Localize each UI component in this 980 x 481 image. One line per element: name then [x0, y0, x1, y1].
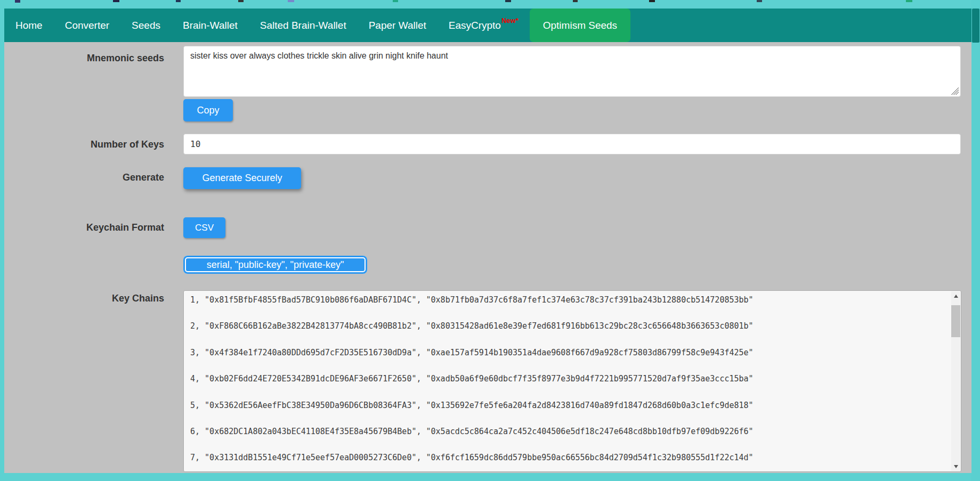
- page-scrollbar[interactable]: [971, 0, 980, 481]
- nav-item-label: Converter: [65, 20, 109, 31]
- clipped-text-artifact: [288, 0, 294, 2]
- nav-item-label: Optimism Seeds: [543, 20, 617, 31]
- clipped-text-artifact: [649, 0, 655, 2]
- generate-securely-button[interactable]: Generate Securely: [183, 167, 301, 189]
- clipped-text-artifact: [113, 0, 119, 2]
- scroll-down-button[interactable]: [951, 462, 960, 471]
- clipped-text-artifact: [238, 0, 244, 2]
- clipped-text-artifact: [906, 0, 912, 2]
- nav-item-label: EasyCrypto: [449, 20, 501, 31]
- csv-format-button[interactable]: CSV: [183, 217, 225, 238]
- scrollbar-thumb[interactable]: [951, 305, 960, 337]
- nav-item-home[interactable]: Home: [4, 9, 54, 42]
- key-chains-textarea[interactable]: 1, "0x81f5BfbF4855fBad57BC910b086f6aDABF…: [183, 290, 961, 472]
- clipped-text-artifact: [505, 0, 511, 2]
- generate-label: Generate: [4, 172, 164, 183]
- triangle-up-icon: [954, 295, 958, 298]
- key-chains-label: Key Chains: [4, 292, 164, 304]
- new-badge: New*: [501, 17, 519, 25]
- clipped-text-artifact: [176, 0, 181, 2]
- key-chains-content: 1, "0x81f5BfbF4855fBad57BC910b086f6aDABF…: [184, 291, 951, 471]
- page-scrollbar-thumb[interactable]: [972, 9, 979, 43]
- nav-item-seeds[interactable]: Seeds: [120, 9, 172, 42]
- nav-item-easycrypto[interactable]: EasyCrypto New*: [438, 9, 530, 42]
- triangle-down-icon: [954, 465, 958, 468]
- clipped-text-artifact: [15, 0, 20, 3]
- nav-item-label: Seeds: [132, 20, 160, 31]
- clipped-text-artifact: [573, 0, 578, 2]
- nav-item-paper-wallet[interactable]: Paper Wallet: [358, 9, 438, 42]
- nav-item-brain-wallet[interactable]: Brain-Wallet: [172, 9, 249, 42]
- clipped-text-artifact: [393, 0, 398, 2]
- nav-item-label: Salted Brain-Wallet: [260, 20, 346, 31]
- csv-header-row-button[interactable]: serial, "public-key", "private-key": [183, 256, 367, 274]
- nav-item-optimism-seeds[interactable]: Optimism Seeds: [530, 9, 630, 42]
- nav-item-label: Brain-Wallet: [183, 20, 238, 31]
- number-of-keys-label: Number of Keys: [4, 138, 164, 150]
- copy-button[interactable]: Copy: [183, 99, 233, 121]
- navbar: Home Converter Seeds Brain-Wallet Salted…: [4, 9, 971, 42]
- content-area: Home Converter Seeds Brain-Wallet Salted…: [4, 9, 971, 473]
- mnemonic-seeds-textarea[interactable]: sister kiss over always clothes trickle …: [183, 46, 961, 97]
- scroll-up-button[interactable]: [951, 291, 960, 300]
- nav-item-converter[interactable]: Converter: [54, 9, 120, 42]
- keychain-format-label: Keychain Format: [4, 222, 164, 233]
- nav-item-salted-brain-wallet[interactable]: Salted Brain-Wallet: [249, 9, 358, 42]
- nav-item-label: Paper Wallet: [369, 20, 426, 31]
- clipped-text-artifact: [757, 0, 762, 2]
- key-chains-scrollbar[interactable]: [951, 291, 960, 471]
- mnemonic-seeds-label: Mnemonic seeds: [4, 52, 164, 64]
- nav-item-label: Home: [15, 20, 43, 31]
- number-of-keys-input[interactable]: [183, 134, 961, 154]
